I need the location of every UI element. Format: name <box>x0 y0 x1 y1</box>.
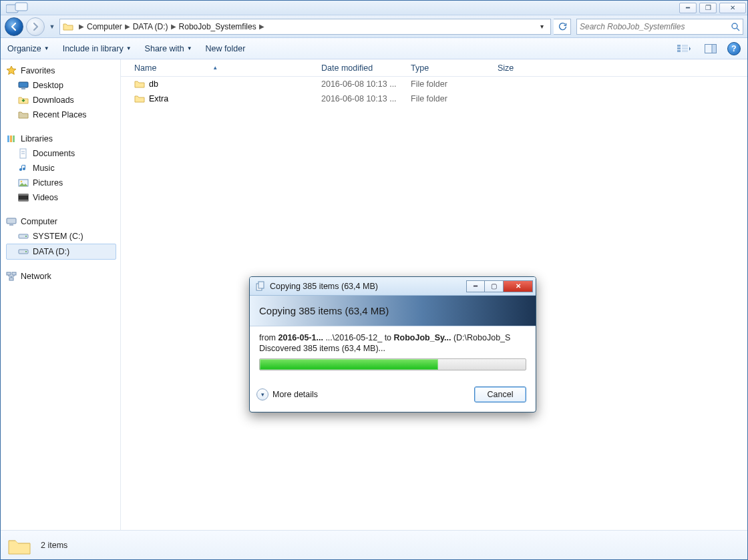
folder-icon <box>134 93 145 104</box>
sidebar-item-downloads[interactable]: Downloads <box>6 93 120 107</box>
dialog-close-button[interactable]: ✕ <box>504 280 533 292</box>
sidebar-item-data-d[interactable]: DATA (D:) <box>6 244 116 260</box>
dialog-caption: Copying 385 items (63,4 MB) <box>270 282 378 291</box>
svg-rect-33 <box>9 278 13 280</box>
view-list-icon <box>677 44 691 53</box>
pictures-icon <box>18 178 29 188</box>
arrow-right-icon <box>31 22 40 31</box>
share-with-menu[interactable]: Share with▼ <box>145 44 192 53</box>
column-header-name[interactable]: Name▲ <box>129 63 316 73</box>
dialog-heading: Copying 385 items (63,4 MB) <box>250 296 536 326</box>
breadcrumb-dropdown[interactable]: ▾ <box>536 21 548 33</box>
preview-pane-button[interactable] <box>701 41 721 56</box>
navigation-pane: Favorites Desktop Downloads Recent Place… <box>1 59 121 530</box>
dialog-maximize-button[interactable]: ▢ <box>485 280 504 292</box>
sidebar-item-pictures[interactable]: Pictures <box>6 176 120 190</box>
arrow-left-icon <box>9 22 19 31</box>
address-bar-row: ▼ ▶ Computer ▶ DATA (D:) ▶ RoboJob_Syste… <box>1 15 747 38</box>
svg-rect-15 <box>10 135 12 142</box>
drive-icon <box>18 246 29 257</box>
breadcrumb-segment[interactable]: RoboJob_Systemfiles <box>179 22 256 31</box>
folder-icon <box>134 79 145 89</box>
chevron-down-icon: ▼ <box>44 45 49 51</box>
organize-menu[interactable]: Organize▼ <box>7 44 49 53</box>
breadcrumb-segment[interactable]: DATA (D:) <box>133 22 168 31</box>
dialog-minimize-button[interactable]: ━ <box>466 280 485 292</box>
chevron-right-icon: ▶ <box>79 23 84 30</box>
status-count: 2 items <box>41 541 67 550</box>
search-input[interactable] <box>580 22 731 31</box>
libraries-header[interactable]: Libraries <box>6 131 120 146</box>
refresh-button[interactable] <box>554 19 571 35</box>
refresh-icon <box>558 22 567 31</box>
svg-rect-7 <box>682 45 688 47</box>
svg-rect-9 <box>682 50 688 52</box>
column-headers: Name▲ Date modified Type Size <box>121 59 747 77</box>
sidebar-item-recent-places[interactable]: Recent Places <box>6 107 120 122</box>
computer-header[interactable]: Computer <box>6 214 120 229</box>
chevron-right-icon: ▶ <box>259 23 264 30</box>
documents-icon <box>18 148 29 159</box>
recent-places-icon <box>18 109 29 120</box>
column-header-date[interactable]: Date modified <box>316 63 405 73</box>
more-details-toggle[interactable]: ▾ More details <box>256 388 318 400</box>
network-icon <box>6 271 17 282</box>
network-header[interactable]: Network <box>6 269 120 284</box>
window-icon <box>6 2 31 14</box>
view-mode-button[interactable] <box>674 41 694 56</box>
back-button[interactable] <box>5 17 23 36</box>
minimize-button[interactable]: ━ <box>679 3 697 13</box>
sidebar-item-system-c[interactable]: SYSTEM (C:) <box>6 229 120 244</box>
computer-icon <box>6 216 17 227</box>
sidebar-item-music[interactable]: Music <box>6 161 120 176</box>
svg-rect-14 <box>7 135 9 142</box>
chevron-down-icon: ▼ <box>187 45 192 51</box>
copy-dialog: Copying 385 items (63,4 MB) ━ ▢ ✕ Copyin… <box>249 276 536 412</box>
chevron-down-icon: ▾ <box>256 388 268 400</box>
new-folder-button[interactable]: New folder <box>206 44 246 53</box>
svg-rect-24 <box>19 200 28 201</box>
favorites-header[interactable]: Favorites <box>6 63 120 78</box>
include-in-library-menu[interactable]: Include in library▼ <box>63 44 132 53</box>
cancel-button[interactable]: Cancel <box>474 386 526 402</box>
copy-from-to: from 2016-05-1... ...\2016-05-12_ to Rob… <box>259 333 526 342</box>
downloads-icon <box>18 95 29 105</box>
svg-point-30 <box>25 251 27 252</box>
column-header-size[interactable]: Size <box>492 63 552 73</box>
breadcrumb-segment[interactable]: Computer <box>87 22 122 31</box>
table-row[interactable]: db2016-06-08 10:13 ...File folder <box>121 77 747 91</box>
svg-rect-26 <box>9 224 13 226</box>
dialog-title-bar: Copying 385 items (63,4 MB) ━ ▢ ✕ <box>250 277 536 296</box>
svg-rect-12 <box>19 82 28 87</box>
sort-ascending-icon: ▲ <box>212 65 218 71</box>
help-button[interactable]: ? <box>727 42 741 55</box>
close-button[interactable]: ✕ <box>719 3 746 13</box>
copy-discovered: Discovered 385 items (63,4 MB)... <box>259 344 526 353</box>
folder-icon <box>63 21 73 32</box>
maximize-button[interactable]: ❐ <box>699 3 717 13</box>
network-label: Network <box>21 272 51 281</box>
folder-icon <box>7 535 31 555</box>
svg-rect-31 <box>7 272 11 275</box>
table-row[interactable]: Extra2016-06-08 10:13 ...File folder <box>121 91 747 106</box>
forward-button[interactable] <box>26 17 45 36</box>
explorer-window: ━ ❐ ✕ ▼ ▶ Computer ▶ DATA (D:) ▶ RoboJob… <box>0 0 748 560</box>
breadcrumb[interactable]: ▶ Computer ▶ DATA (D:) ▶ RoboJob_Systemf… <box>59 19 551 35</box>
preview-pane-icon <box>705 44 717 53</box>
sidebar-item-videos[interactable]: Videos <box>6 190 120 205</box>
svg-rect-6 <box>677 50 681 52</box>
svg-rect-25 <box>7 218 16 224</box>
nav-history-dropdown[interactable]: ▼ <box>47 17 57 36</box>
status-bar: 2 items <box>1 530 747 559</box>
column-header-type[interactable]: Type <box>405 63 492 73</box>
favorites-label: Favorites <box>21 66 55 75</box>
music-icon <box>18 163 29 174</box>
progress-bar <box>259 358 526 370</box>
svg-line-3 <box>737 28 739 31</box>
main-area: Favorites Desktop Downloads Recent Place… <box>1 59 747 530</box>
sidebar-item-documents[interactable]: Documents <box>6 146 120 161</box>
computer-label: Computer <box>21 217 57 226</box>
sidebar-item-desktop[interactable]: Desktop <box>6 78 120 93</box>
libraries-icon <box>6 133 17 144</box>
search-box[interactable] <box>576 19 743 35</box>
